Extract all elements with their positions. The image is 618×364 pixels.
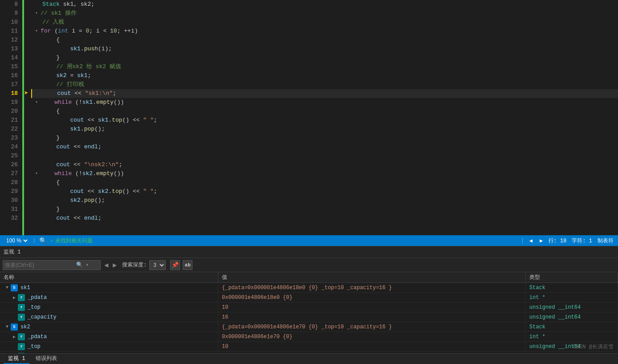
field-icon-sk1-capacity: f: [18, 314, 25, 321]
code-line-32: cout << endl;: [31, 214, 618, 223]
collapse-btn-11[interactable]: ▾: [33, 28, 40, 34]
code-lines[interactable]: Stack sk1, sk2; ▾ // sk1 操作 // 入栈 ▾ for …: [31, 0, 618, 235]
line-info: 行: 18: [548, 237, 567, 245]
watch-col-header: 名称 值 类型: [0, 272, 618, 283]
table-row: f _top 10 unsigned __int64: [0, 303, 618, 312]
search-back-btn[interactable]: ◀: [103, 262, 109, 268]
field-icon-sk2-top: f: [18, 343, 25, 350]
line-num-24: 24: [0, 143, 18, 151]
collapse-btn-27[interactable]: ▾: [33, 171, 40, 177]
code-line-23: }: [31, 134, 618, 143]
expand-icon-sk1-pdata[interactable]: ▶: [11, 294, 18, 301]
watch-name-sk1-capacity: f _capacity: [0, 312, 218, 322]
code-line-28: {: [31, 178, 618, 187]
code-line-19: ▾ while (!sk1.empty()): [31, 98, 618, 107]
watch-name-sk1-pdata: ▶ f _pdata: [0, 293, 218, 302]
code-line-8: Stack sk1, sk2;: [31, 0, 618, 9]
line-num-16: 16: [0, 71, 18, 80]
code-line-14: }: [31, 53, 618, 62]
watch-value-sk2-top: 10: [218, 342, 526, 351]
status-bar: 100 % 75 % 125 % 150 % | 🔍 ✓ 未找到相关问题 | ◀…: [0, 235, 618, 246]
line-num-8: 8: [0, 0, 18, 9]
editor-area: 8 9 10 11 12 13 14 15 16 17 18 19 20 21 …: [0, 0, 618, 235]
line-num-20: 20: [0, 107, 18, 116]
col-header-name: 名称: [0, 272, 218, 282]
line-num-9: 9: [0, 9, 18, 18]
status-check: ✓ 未找到相关问题: [50, 237, 93, 245]
search-icon[interactable]: 🔍: [74, 262, 85, 268]
watch-type-sk1-top: unsigned __int64: [526, 303, 618, 312]
current-line-arrow: ➤: [24, 89, 29, 98]
search-icon-dropdown[interactable]: ▾: [85, 262, 90, 268]
zoom-select[interactable]: 100 % 75 % 125 % 150 %: [4, 237, 29, 244]
watch-toolbar: 🔍 ▾ ◀ ▶ 搜索深度: 3 1 2 4 5 📌 ab: [0, 258, 618, 272]
line-num-12: 12: [0, 36, 18, 45]
collapse-btn-19[interactable]: ▾: [33, 99, 40, 106]
tab-error-list[interactable]: 错误列表: [31, 354, 61, 364]
search-box: 🔍 ▾: [3, 260, 101, 270]
debugger-icon: 🔍: [39, 237, 47, 245]
watch-type-sk2: Stack: [526, 322, 618, 331]
watch-value-sk1-capacity: 16: [218, 312, 526, 322]
line-num-27: 27: [0, 169, 18, 178]
line-num-28: 28: [0, 178, 18, 187]
line-num-30: 30: [0, 196, 18, 205]
line-num-14: 14: [0, 53, 18, 62]
search-forward-btn[interactable]: ▶: [112, 262, 118, 268]
code-line-15: // 用sk2 给 sk2 赋值: [31, 62, 618, 71]
line-num-22: 22: [0, 125, 18, 134]
watch-value-sk1-pdata: 0x000001e4806e18e0 {0}: [218, 293, 526, 302]
line-num-29: 29: [0, 187, 18, 196]
field-icon-sk2-pdata: f: [18, 333, 25, 340]
watch-type-sk2-pdata: int *: [526, 332, 618, 341]
char-info: 字符: 1: [572, 237, 592, 245]
line-num-10: 10: [0, 18, 18, 27]
watch-title: 监视 1: [4, 248, 20, 256]
tab-watch1[interactable]: 监视 1: [4, 354, 29, 364]
stack-icon-sk1: S: [11, 284, 18, 291]
code-line-12: {: [31, 36, 618, 45]
scroll-left-btn[interactable]: ◀: [529, 237, 532, 244]
watch-value-sk1-top: 10: [218, 303, 526, 312]
table-row: ▶ f _pdata 0x000001e4806e18e0 {0} int *: [0, 293, 618, 303]
watch-name-sk2: ▼ S sk2: [0, 322, 218, 331]
scroll-right-btn[interactable]: ▶: [540, 237, 543, 244]
line-num-15: 15: [0, 62, 18, 71]
gutter: ➤: [22, 0, 31, 235]
table-row: f _top 10 unsigned __int64: [0, 342, 618, 352]
watch-type-sk1: Stack: [526, 283, 618, 292]
pin-btn[interactable]: 📌: [170, 260, 180, 270]
check-icon: ✓: [50, 237, 53, 244]
expand-icon-sk1[interactable]: ▼: [4, 284, 11, 291]
code-line-9: ▾ // sk1 操作: [31, 9, 618, 18]
col-header-value: 值: [218, 272, 526, 282]
code-line-30: sk2.pop();: [31, 196, 618, 205]
table-row: f _capacity 16 unsigned __int64: [0, 312, 618, 322]
code-line-20: {: [31, 107, 618, 116]
expand-icon-sk2-pdata[interactable]: ▶: [11, 333, 18, 340]
depth-select[interactable]: 3 1 2 4 5: [149, 260, 166, 270]
collapse-btn-9[interactable]: ▾: [33, 10, 40, 16]
status-left: 100 % 75 % 125 % 150 % | 🔍 ✓ 未找到相关问题: [4, 237, 93, 245]
code-line-22: sk1.pop();: [31, 125, 618, 134]
code-line-27: ▾ while (!sk2.empty()): [31, 169, 618, 178]
code-line-25: [31, 151, 618, 160]
code-line-29: cout << sk2.top() << " ";: [31, 187, 618, 196]
depth-label: 搜索深度:: [122, 261, 147, 269]
field-icon-sk1-pdata: f: [18, 294, 25, 301]
code-line-10: // 入栈: [31, 18, 618, 27]
code-line-13: sk1.push(i);: [31, 45, 618, 53]
abc-btn[interactable]: ab: [183, 260, 192, 270]
line-num-23: 23: [0, 134, 18, 143]
code-line-24: cout << endl;: [31, 143, 618, 151]
line-num-26: 26: [0, 160, 18, 169]
search-input[interactable]: [3, 262, 74, 268]
code-line-21: cout << sk1.top() << " ";: [31, 116, 618, 125]
status-message: 未找到相关问题: [55, 237, 93, 245]
watch-name-sk2-pdata: ▶ f _pdata: [0, 332, 218, 341]
watch-value-sk2: {_pdata=0x000001e4806e1e70 {0} _top=10 _…: [218, 322, 526, 331]
status-right: | ◀ ▶ 行: 18 字符: 1 制表符: [521, 237, 614, 245]
watch-table[interactable]: ▼ S sk1 {_pdata=0x000001e4806e18e0 {0} _…: [0, 283, 618, 353]
expand-icon-sk2[interactable]: ▼: [4, 323, 11, 331]
watch-type-sk1-capacity: unsigned __int64: [526, 312, 618, 322]
